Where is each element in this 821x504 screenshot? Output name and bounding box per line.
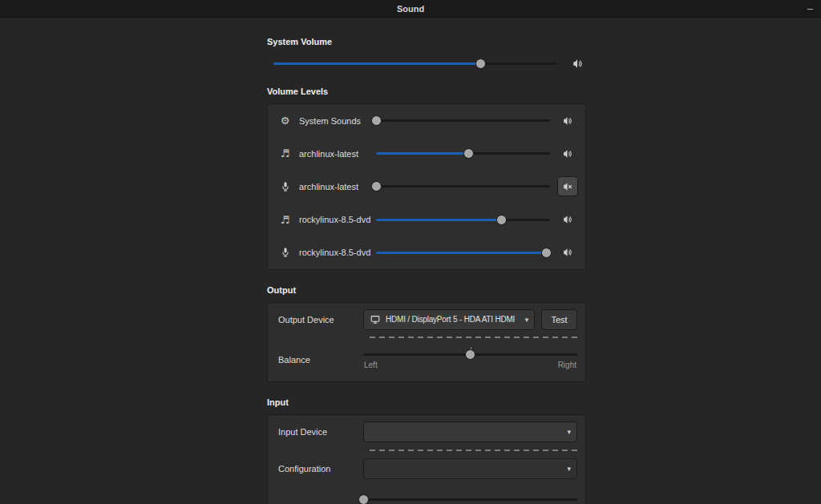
slider-handle[interactable]: [371, 181, 382, 192]
stream-row: archlinux-latest: [268, 170, 585, 203]
slider-track: [376, 185, 550, 187]
input-volume-slider[interactable]: [363, 494, 577, 504]
balance-row: Balance Left Right: [268, 338, 585, 381]
speaker-icon: [572, 58, 584, 70]
speaker-icon: [562, 214, 573, 225]
balance-slider[interactable]: [363, 349, 577, 360]
mute-button[interactable]: [557, 176, 578, 196]
output-device-row: Output Device HDMI / DisplayPort 5 - HDA…: [268, 303, 585, 337]
balance-label: Balance: [278, 355, 363, 365]
speaker-icon: [562, 115, 573, 127]
slider-fill: [376, 219, 501, 221]
slider-handle[interactable]: [463, 148, 474, 159]
system-volume-slider[interactable]: [273, 58, 557, 69]
slider-track: [376, 119, 550, 122]
mute-button[interactable]: [557, 111, 578, 131]
microphone-icon: [278, 247, 292, 258]
output-device-label: Output Device: [278, 315, 363, 325]
sound-panel: System Volume Volume Levels ⚙ System Sou…: [267, 18, 586, 504]
input-section-label: Input: [267, 397, 586, 407]
slider-handle[interactable]: [475, 58, 486, 69]
stream-row: ♬ rockylinux-8.5-dvd1: [268, 204, 585, 236]
slider-handle[interactable]: [496, 215, 507, 225]
input-device-row: Input Device ▾: [268, 415, 585, 450]
chevron-down-icon: ▾: [525, 316, 528, 324]
configuration-row: Configuration ▾: [268, 451, 585, 487]
gear-icon: ⚙: [278, 115, 292, 126]
stream-row: ⚙ System Sounds: [268, 104, 585, 137]
stream-volume-slider[interactable]: [376, 115, 550, 126]
stream-name: rockylinux-8.5-dvd1: [299, 215, 371, 224]
test-button-label: Test: [551, 315, 567, 325]
balance-left-label: Left: [364, 361, 378, 369]
balance-scale-labels: Left Right: [363, 361, 577, 369]
system-volume-row: [267, 58, 586, 69]
mute-button[interactable]: [557, 143, 578, 163]
speaker-icon: [562, 148, 573, 159]
slider-handle[interactable]: [371, 115, 382, 126]
media-icon: ♬: [278, 215, 292, 225]
volume-levels-card: ⚙ System Sounds ♬ archlinux-latest: [267, 103, 586, 270]
stream-volume-slider[interactable]: [376, 148, 550, 159]
stream-name: archlinux-latest: [299, 149, 371, 159]
system-volume-label: System Volume: [267, 18, 586, 46]
slider-handle[interactable]: [358, 494, 369, 504]
slider-handle[interactable]: [465, 349, 475, 360]
balance-control: Left Right: [363, 349, 577, 369]
configuration-label: Configuration: [278, 464, 363, 474]
stream-row: ♬ archlinux-latest: [268, 137, 585, 170]
window-title: Sound: [397, 4, 424, 14]
speaker-icon: [562, 247, 573, 258]
media-icon: ♬: [278, 148, 292, 159]
chevron-down-icon: ▾: [567, 428, 571, 436]
mute-button[interactable]: [557, 243, 578, 263]
slider-fill: [376, 252, 547, 254]
test-button[interactable]: Test: [541, 309, 577, 330]
output-device-dropdown[interactable]: HDMI / DisplayPort 5 - HDA ATI HDMI ▾: [363, 309, 535, 330]
volume-levels-label: Volume Levels: [267, 87, 586, 96]
stream-name: System Sounds: [299, 116, 371, 126]
stream-name: rockylinux-8.5-dvd1: [299, 248, 371, 257]
output-device-value: HDMI / DisplayPort 5 - HDA ATI HDMI: [386, 315, 515, 324]
stream-volume-slider[interactable]: [376, 181, 550, 192]
stream-row: rockylinux-8.5-dvd1: [268, 236, 585, 269]
microphone-icon: [278, 181, 292, 192]
slider-track: [363, 498, 577, 501]
input-card: Input Device ▾ Configuration ▾: [267, 414, 586, 504]
stream-name: archlinux-latest: [299, 182, 371, 192]
input-volume-row: [268, 487, 585, 504]
minimize-button[interactable]: –: [807, 0, 813, 17]
slider-handle[interactable]: [541, 248, 552, 258]
chevron-down-icon: ▾: [567, 465, 571, 473]
stream-volume-slider[interactable]: [376, 215, 550, 225]
configuration-dropdown[interactable]: ▾: [363, 458, 577, 479]
input-device-label: Input Device: [278, 427, 363, 437]
input-device-dropdown[interactable]: ▾: [363, 421, 577, 442]
titlebar: Sound –: [0, 0, 821, 18]
balance-right-label: Right: [558, 361, 576, 369]
muted-speaker-icon: [562, 181, 573, 192]
monitor-icon: [370, 314, 381, 325]
output-card: Output Device HDMI / DisplayPort 5 - HDA…: [267, 302, 586, 382]
stream-volume-slider[interactable]: [376, 248, 550, 258]
slider-fill: [273, 62, 480, 65]
output-section-label: Output: [267, 285, 586, 295]
slider-fill: [376, 152, 468, 155]
mute-button[interactable]: [557, 210, 578, 230]
